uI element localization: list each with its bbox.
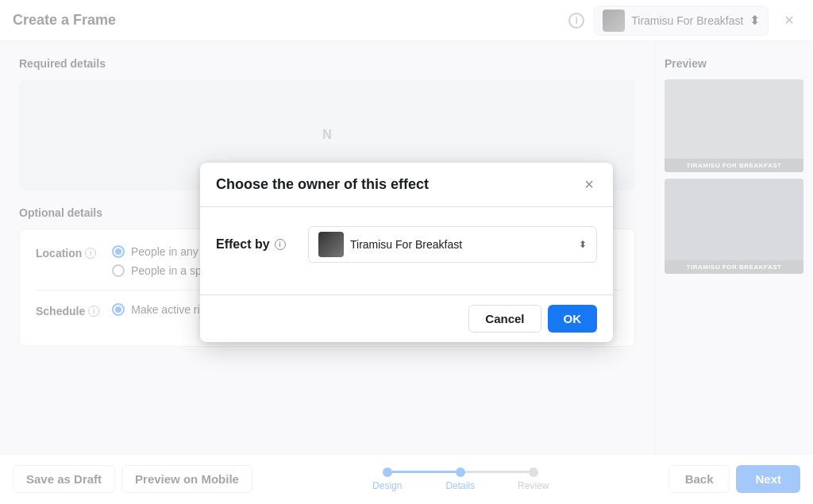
modal-close-icon[interactable]: ×	[581, 175, 597, 194]
modal-header: Choose the owner of this effect ×	[200, 163, 613, 207]
modal-footer: Cancel OK	[200, 295, 613, 342]
effect-by-label: Effect by i	[216, 237, 295, 252]
modal: Choose the owner of this effect × Effect…	[200, 163, 613, 342]
effect-page-selector[interactable]: Tiramisu For Breakfast ⬍	[308, 226, 597, 263]
effect-avatar	[318, 232, 344, 257]
effect-chevron-icon: ⬍	[579, 239, 587, 250]
cancel-button[interactable]: Cancel	[468, 305, 541, 333]
effect-info-icon[interactable]: i	[275, 239, 286, 250]
ok-button[interactable]: OK	[548, 305, 598, 333]
modal-overlay: Choose the owner of this effect × Effect…	[0, 0, 813, 504]
modal-body: Effect by i Tiramisu For Breakfast ⬍	[200, 207, 613, 282]
effect-page-name: Tiramisu For Breakfast	[350, 238, 572, 251]
modal-effect-row: Effect by i Tiramisu For Breakfast ⬍	[216, 226, 597, 263]
modal-title: Choose the owner of this effect	[216, 176, 429, 193]
